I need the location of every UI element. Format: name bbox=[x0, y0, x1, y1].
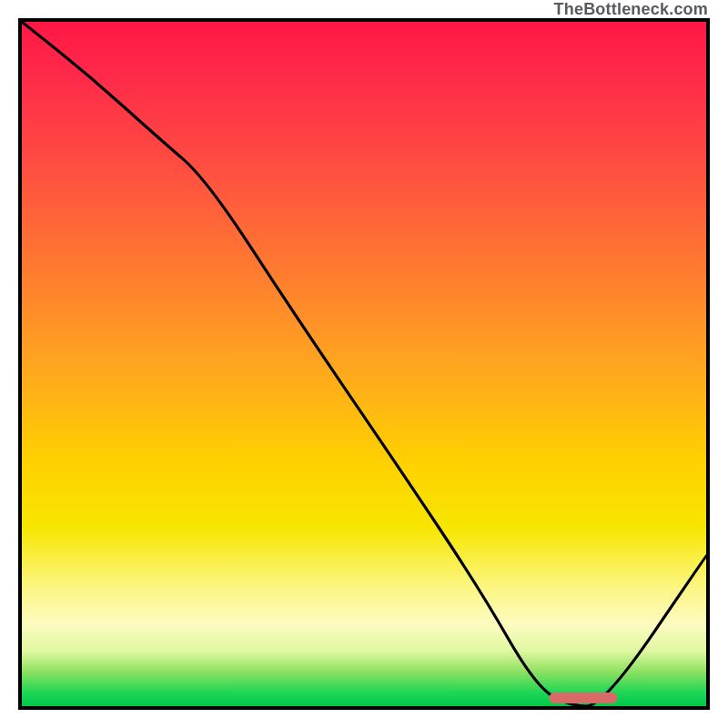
attribution-label: TheBottleneck.com bbox=[554, 0, 708, 19]
plot-area bbox=[18, 18, 710, 710]
bottleneck-curve-path bbox=[22, 22, 706, 706]
bottleneck-chart: TheBottleneck.com bbox=[0, 0, 728, 728]
curve-layer bbox=[22, 22, 706, 706]
optimal-range-marker bbox=[549, 693, 617, 703]
